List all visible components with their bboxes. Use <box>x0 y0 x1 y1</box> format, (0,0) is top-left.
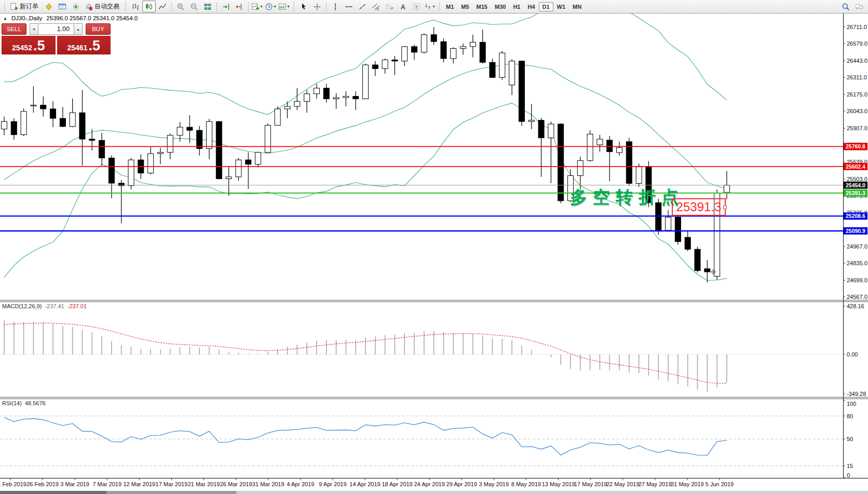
timeframe-w1-button[interactable]: W1 <box>553 2 569 11</box>
autotrading-button[interactable]: 自动交易 <box>83 1 123 12</box>
candle <box>118 180 124 224</box>
candle <box>343 91 349 106</box>
timeframe-m30-button[interactable]: M30 <box>491 2 509 11</box>
auto-scroll-button[interactable] <box>219 1 233 12</box>
volume-increase-button[interactable]: ▲ <box>74 23 83 35</box>
tiles-icon <box>204 3 212 11</box>
candle-body-up <box>2 121 7 129</box>
sell-price[interactable]: 25452 .5 <box>2 36 56 54</box>
macd-axis-label: 428.16 <box>847 303 864 309</box>
annotation-price-box[interactable]: 25391.3 <box>672 198 726 216</box>
time-axis[interactable]: 21 Feb 201926 Feb 20193 Mar 20197 Mar 20… <box>0 478 734 488</box>
window-icon <box>58 3 66 11</box>
annotation-text[interactable]: 多空转折点 <box>570 186 684 209</box>
candle <box>60 107 65 127</box>
date-label: 31 May 2019 <box>671 481 704 487</box>
price-tick-label: 26579.0 <box>847 40 867 47</box>
date-label: 14 Apr 2019 <box>349 481 380 487</box>
macd-label: MACD(12,26,9)-237.41-237.01 <box>2 303 87 309</box>
chat-button[interactable] <box>852 1 866 12</box>
chevron-up-icon: ▲ <box>76 28 80 31</box>
timeframe-m15-button[interactable]: M15 <box>473 2 491 11</box>
chart-window[interactable]: 26711.026579.026443.026311.026175.026043… <box>0 13 868 491</box>
candle-body-up <box>275 109 280 126</box>
timeframe-h4-button[interactable]: H4 <box>524 2 538 11</box>
toolbar-drag-handle[interactable] <box>4 2 6 11</box>
chart-shift-button[interactable] <box>233 1 246 12</box>
chart-canvas[interactable]: 26711.026579.026443.026311.026175.026043… <box>0 13 868 494</box>
timeframe-d1-button[interactable]: D1 <box>539 2 553 11</box>
crosshair-button[interactable] <box>310 1 324 12</box>
sell-price-fraction: .5 <box>33 39 45 53</box>
price-tick-label: 26311.0 <box>847 74 867 80</box>
fibo-icon: F <box>385 3 394 11</box>
candle <box>577 157 583 189</box>
date-label: 31 Mar 2019 <box>252 481 284 487</box>
fibonacci-button[interactable]: F <box>383 1 396 12</box>
toolbar-drag-handle[interactable] <box>125 2 127 11</box>
equidistant-channel-button[interactable]: E <box>369 1 383 12</box>
candle-body-down <box>246 160 251 164</box>
vertical-line-button[interactable] <box>329 1 342 12</box>
candle-body-down <box>490 62 495 77</box>
svg-text:F: F <box>391 7 394 10</box>
zoom-out-button[interactable] <box>187 1 201 12</box>
macd-axis-label: -349.28 <box>847 391 866 397</box>
indicators-icon <box>251 3 260 11</box>
candle <box>21 108 26 136</box>
price-line-badge: 25090.9 <box>844 227 867 235</box>
search-button[interactable] <box>839 1 852 12</box>
cursor-button[interactable] <box>297 1 310 12</box>
toolbar-drag-handle[interactable] <box>293 2 295 11</box>
arrows-button[interactable]: ▾ <box>423 1 437 12</box>
sell-button[interactable]: SELL <box>2 23 26 35</box>
toolbar-drag-handle[interactable] <box>438 2 441 11</box>
oct-collapse-arrow[interactable]: ▲ <box>3 16 7 21</box>
cursor-icon <box>300 3 308 11</box>
templates-button[interactable]: ▾ <box>278 1 291 12</box>
price-line-badge-text: 25391.3 <box>846 190 865 196</box>
price-axis[interactable]: 26711.026579.026443.026311.026175.026043… <box>843 24 867 300</box>
zoom-in-button[interactable] <box>174 1 187 12</box>
timeframe-mn-button[interactable]: MN <box>569 2 585 11</box>
volume-input[interactable]: 1.00 <box>38 23 74 35</box>
mt4-window: 新订单自动交易▾▾▾EFAT▾M1M5M15M30H1H4D1W1MN 2671… <box>0 0 868 494</box>
candle <box>431 27 437 45</box>
candle-body-down <box>50 109 56 118</box>
candle-body-up <box>255 153 261 164</box>
candle <box>304 90 310 113</box>
volume-decrease-button[interactable]: ▼ <box>30 23 38 35</box>
market-watch-button[interactable] <box>56 1 69 12</box>
rsi-label: RSI(14)48.5676 <box>2 400 46 406</box>
date-label: 29 Apr 2019 <box>446 481 477 487</box>
candle <box>597 135 603 152</box>
toolbar-separator <box>248 2 249 11</box>
svg-text:A: A <box>401 3 405 10</box>
bars-icon <box>131 3 140 11</box>
line-chart-button[interactable] <box>156 1 169 12</box>
periods-button[interactable]: ▾ <box>264 1 278 12</box>
metaeditor-button[interactable] <box>42 1 56 12</box>
candle-body-up <box>21 112 26 135</box>
candle-body-down <box>558 124 564 201</box>
bar-chart-button[interactable] <box>129 1 142 12</box>
candle-chart-button[interactable] <box>142 1 156 12</box>
candle-body-up <box>402 47 408 61</box>
candle-body-up <box>284 106 290 109</box>
timeframe-m1-button[interactable]: M1 <box>442 2 457 11</box>
new-order-button[interactable]: 新订单 <box>8 1 42 12</box>
candle <box>70 99 75 127</box>
linechart-icon <box>158 3 167 11</box>
signals-button[interactable] <box>69 1 83 12</box>
date-label: 3 Mar 2019 <box>60 481 89 487</box>
text-button[interactable]: A <box>396 1 410 12</box>
indicators-button[interactable]: ▾ <box>251 1 264 12</box>
horizontal-line-button[interactable] <box>342 1 356 12</box>
buy-button[interactable]: BUY <box>86 23 111 35</box>
timeframe-m5-button[interactable]: M5 <box>457 2 472 11</box>
text-label-button[interactable]: T <box>410 1 423 12</box>
tile-windows-button[interactable] <box>201 1 214 12</box>
timeframe-h1-button[interactable]: H1 <box>509 2 524 11</box>
buy-price[interactable]: 25461 .5 <box>57 36 111 54</box>
trendline-button[interactable] <box>356 1 369 12</box>
